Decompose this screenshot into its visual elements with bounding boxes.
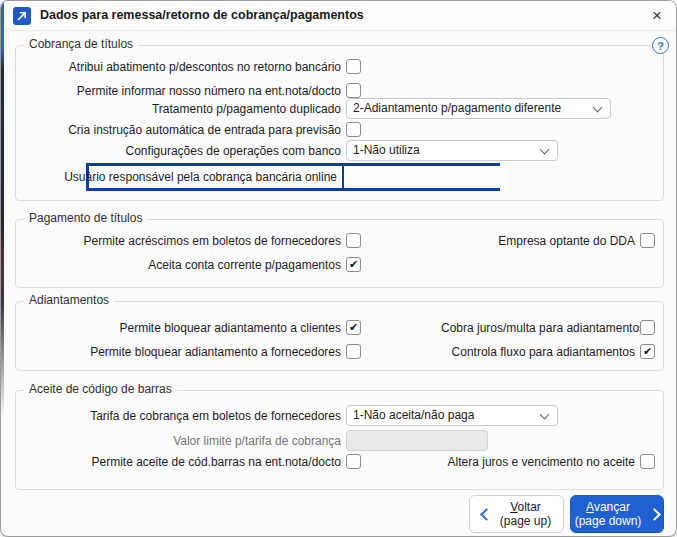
group-legend: Adiantamentos bbox=[24, 293, 114, 307]
empresa-dda-checkbox[interactable] bbox=[640, 233, 655, 248]
background-window-edge bbox=[1, 1, 4, 431]
config-operacoes-banco-label: Configurações de operações com banco bbox=[21, 143, 341, 159]
voltar-button-sublabel: (page up) bbox=[500, 514, 551, 528]
group-legend: Cobrança de títulos bbox=[24, 37, 138, 51]
instrucao-automatica-label: Cria instrução automática de entrada par… bbox=[21, 122, 341, 138]
dialog-window: Dados para remessa/retorno de cobrança/p… bbox=[0, 0, 677, 537]
nosso-numero-checkbox[interactable] bbox=[346, 83, 361, 98]
instrucao-automatica-checkbox[interactable] bbox=[346, 122, 361, 137]
aceite-codbarras-label: Permite aceite de cód.barras na ent.nota… bbox=[21, 454, 341, 470]
avancar-button-label: Avançar bbox=[586, 500, 630, 514]
usuario-responsavel-focused-row: Usuário responsável pela cobrança bancár… bbox=[86, 163, 500, 191]
remittance-arrow-icon bbox=[13, 7, 31, 25]
tarifa-cobranca-value: 1-Não aceita/não paga bbox=[353, 408, 474, 422]
group-pagamento-de-titulos: Pagamento de títulos bbox=[15, 219, 664, 288]
tratamento-duplicado-value: 2-Adiantamento p/pagamento diferente bbox=[353, 101, 561, 115]
bloquear-adiantamento-clientes-label: Permite bloquear adiantamento a clientes bbox=[21, 320, 341, 336]
cobra-juros-multa-label: Cobra juros/multa para adiantamentos bbox=[441, 320, 635, 336]
chevron-down-icon bbox=[540, 145, 550, 155]
avancar-button[interactable]: Avançar (page down) bbox=[570, 495, 664, 533]
abatimento-checkbox[interactable] bbox=[346, 59, 361, 74]
tratamento-duplicado-select[interactable]: 2-Adiantamento p/pagamento diferente bbox=[346, 98, 611, 119]
group-adiantamentos: Adiantamentos bbox=[15, 301, 664, 371]
title-bar: Dados para remessa/retorno de cobrança/p… bbox=[1, 1, 676, 31]
tarifa-cobranca-select[interactable]: 1-Não aceita/não paga bbox=[346, 405, 558, 426]
abatimento-label: Atribui abatimento p/descontos no retorn… bbox=[21, 59, 341, 75]
tratamento-duplicado-label: Tratamento p/pagamento duplicado bbox=[21, 101, 341, 117]
chevron-left-icon bbox=[480, 508, 493, 521]
conta-corrente-label: Aceita conta corrente p/pagamentos bbox=[21, 257, 341, 273]
acrescimos-boletos-checkbox[interactable] bbox=[346, 233, 361, 248]
screen: Dados para remessa/retorno de cobrança/p… bbox=[0, 0, 677, 537]
controla-fluxo-checkbox[interactable]: ✔ bbox=[640, 344, 655, 359]
avancar-button-sublabel: (page down) bbox=[575, 514, 642, 528]
controla-fluxo-label: Controla fluxo para adiantamentos bbox=[441, 344, 635, 360]
tarifa-cobranca-label: Tarifa de cobrança em boletos de fornece… bbox=[21, 408, 341, 424]
altera-juros-aceite-checkbox[interactable] bbox=[640, 454, 655, 469]
bloquear-adiantamento-clientes-checkbox[interactable]: ✔ bbox=[346, 320, 361, 335]
chevron-down-icon bbox=[540, 410, 550, 420]
close-icon[interactable]: × bbox=[644, 5, 670, 27]
help-icon[interactable]: ? bbox=[652, 37, 669, 54]
chevron-right-icon bbox=[648, 508, 661, 521]
valor-limite-label: Valor limite p/tarifa de cobrança bbox=[21, 433, 341, 449]
config-operacoes-banco-select[interactable]: 1-Não utiliza bbox=[346, 140, 558, 161]
bloquear-adiantamento-fornecedores-checkbox[interactable] bbox=[346, 344, 361, 359]
usuario-responsavel-input[interactable] bbox=[344, 166, 507, 188]
valor-limite-input bbox=[346, 430, 488, 451]
conta-corrente-checkbox[interactable]: ✔ bbox=[346, 257, 361, 272]
dialog-title: Dados para remessa/retorno de cobrança/p… bbox=[40, 8, 364, 22]
empresa-dda-label: Empresa optante do DDA bbox=[441, 233, 635, 249]
chevron-down-icon bbox=[593, 103, 603, 113]
usuario-responsavel-label: Usuário responsável pela cobrança bancár… bbox=[89, 166, 342, 188]
acrescimos-boletos-label: Permite acréscimos em boletos de fornece… bbox=[21, 233, 341, 249]
cobra-juros-multa-checkbox[interactable] bbox=[640, 320, 655, 335]
bloquear-adiantamento-fornecedores-label: Permite bloquear adiantamento a forneced… bbox=[21, 344, 341, 360]
voltar-button[interactable]: Voltar (page up) bbox=[469, 495, 564, 533]
group-legend: Pagamento de títulos bbox=[24, 211, 147, 225]
nosso-numero-label: Permite informar nosso número na ent.not… bbox=[21, 83, 341, 99]
voltar-button-label: Voltar bbox=[510, 500, 541, 514]
aceite-codbarras-checkbox[interactable] bbox=[346, 454, 361, 469]
group-legend: Aceite de código de barras bbox=[24, 382, 177, 396]
altera-juros-aceite-label: Altera juros e vencimento no aceite bbox=[441, 454, 635, 470]
config-operacoes-banco-value: 1-Não utiliza bbox=[353, 143, 420, 157]
